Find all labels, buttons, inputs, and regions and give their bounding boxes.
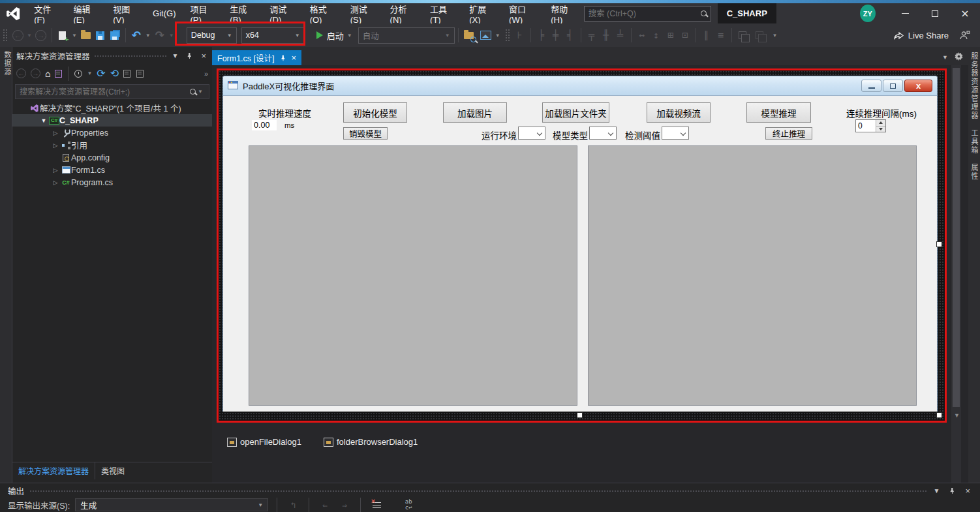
- model-type-label[interactable]: 模型类型: [553, 128, 588, 142]
- snap-to-grid-button[interactable]: ⊦: [513, 27, 527, 44]
- vertical-spacing-button[interactable]: ≡: [714, 27, 728, 44]
- toolbar-grip-2[interactable]: [505, 29, 510, 42]
- align-middles-button[interactable]: ╫: [599, 27, 613, 44]
- se-home-icon[interactable]: ⌂: [45, 68, 50, 79]
- tree-row-solution[interactable]: 解决方案"C_SHARP"(1 个项目/共 1 个): [12, 102, 212, 114]
- pin-icon[interactable]: [947, 487, 958, 494]
- scrollbar-down-arrow-icon[interactable]: ▼: [954, 412, 960, 419]
- designed-form-window[interactable]: PaddleX可视化推理界面 x 实时推理速度 0.00 ms 初始化模型: [222, 76, 938, 412]
- interval-label[interactable]: 连续推理间隔(ms): [846, 106, 917, 119]
- minimize-button[interactable]: [890, 3, 920, 23]
- same-width-button[interactable]: ↔: [635, 27, 649, 44]
- speed-value-label[interactable]: 0.00: [252, 120, 277, 130]
- menu-build[interactable]: 生成(B): [222, 3, 262, 23]
- menu-tools[interactable]: 工具(T): [423, 3, 462, 23]
- init-model-button[interactable]: 初始化模型: [343, 102, 407, 123]
- tab-toolbox[interactable]: 工具箱: [969, 129, 979, 155]
- menu-debug[interactable]: 调试(D): [262, 3, 302, 23]
- se-refresh-icon[interactable]: ⟳: [97, 67, 105, 80]
- quick-search-box[interactable]: [584, 6, 711, 22]
- menu-git[interactable]: Git(G): [145, 3, 183, 23]
- undo-button[interactable]: ↶: [129, 27, 144, 44]
- same-height-button[interactable]: ↕: [649, 27, 664, 44]
- preview-in-browser-button[interactable]: [479, 27, 493, 44]
- live-share-button[interactable]: Live Share: [894, 31, 949, 40]
- document-options-gear-icon[interactable]: [955, 52, 963, 63]
- align-centers-button[interactable]: ╪: [549, 27, 563, 44]
- menu-file[interactable]: 文件(F): [27, 3, 66, 23]
- se-properties-icon[interactable]: [136, 70, 144, 78]
- form-minimize-button[interactable]: [861, 80, 881, 92]
- start-debug-button[interactable]: 启动: [315, 27, 345, 44]
- se-back-icon[interactable]: ←: [16, 68, 26, 78]
- tab-solution-explorer[interactable]: 解决方案资源管理器: [12, 462, 95, 479]
- designed-form-titlebar[interactable]: PaddleX可视化推理界面 x: [223, 76, 937, 96]
- se-overflow-icon[interactable]: »: [204, 70, 208, 78]
- threshold-label[interactable]: 检测阈值: [625, 128, 660, 142]
- solution-configuration-dropdown[interactable]: Debug▼: [187, 27, 237, 44]
- spin-down-icon[interactable]: [876, 126, 885, 132]
- form-close-button[interactable]: x: [904, 80, 932, 92]
- load-image-button[interactable]: 加载图片: [443, 102, 507, 123]
- output-menu-icon[interactable]: ▼: [932, 487, 942, 494]
- menu-project[interactable]: 项目(P): [183, 3, 222, 23]
- user-avatar[interactable]: ZY: [860, 5, 876, 22]
- destroy-model-button[interactable]: 销毁模型: [343, 127, 388, 140]
- size-to-grid-button[interactable]: ⊡: [678, 27, 692, 44]
- close-button[interactable]: ×: [950, 3, 980, 23]
- se-pending-changes-icon[interactable]: [74, 70, 82, 78]
- open-file-button[interactable]: [79, 27, 93, 44]
- align-bottoms-button[interactable]: ╧: [613, 27, 628, 44]
- menu-edit[interactable]: 编辑(E): [66, 3, 106, 23]
- runtime-env-combobox[interactable]: [518, 127, 545, 140]
- tree-row-form1[interactable]: ▷ Form1.cs: [12, 164, 212, 176]
- se-forward-icon[interactable]: →: [31, 68, 40, 78]
- resize-handle-right[interactable]: [936, 241, 942, 247]
- tree-row-appconfig[interactable]: ▷ App.config: [12, 151, 212, 164]
- menu-test[interactable]: 测试(S): [343, 3, 383, 23]
- align-tops-button[interactable]: ╤: [585, 27, 599, 44]
- pin-icon[interactable]: [184, 52, 195, 59]
- load-video-stream-button[interactable]: 加载视频流: [647, 102, 711, 123]
- redo-button[interactable]: ↷: [153, 27, 167, 44]
- preview-dropdown-icon[interactable]: ▼: [493, 33, 502, 38]
- stop-infer-button[interactable]: 终止推理: [765, 127, 812, 140]
- navigate-back-button[interactable]: ←: [10, 27, 25, 44]
- threshold-combobox[interactable]: [662, 127, 689, 140]
- align-rights-button[interactable]: ╡: [563, 27, 577, 44]
- solution-name-badge[interactable]: C_SHARP: [718, 3, 776, 23]
- next-message-button[interactable]: ⇒: [337, 496, 352, 512]
- clear-all-button[interactable]: [369, 496, 384, 512]
- quick-search-input[interactable]: [589, 9, 701, 18]
- resize-handle-bottom[interactable]: [577, 412, 583, 418]
- output-source-dropdown[interactable]: 生成▼: [75, 498, 268, 511]
- tab-server-explorer[interactable]: 服务器资源管理器: [969, 52, 979, 120]
- form-maximize-button[interactable]: [883, 80, 903, 92]
- scrollbar-thumb[interactable]: [953, 68, 960, 407]
- menu-format[interactable]: 格式(O): [303, 3, 343, 23]
- output-close-icon[interactable]: ×: [963, 486, 972, 496]
- menu-window[interactable]: 窗口(W): [502, 3, 544, 23]
- runtime-env-label[interactable]: 运行环境: [482, 128, 517, 142]
- load-image-folder-button[interactable]: 加载图片文件夹: [542, 102, 609, 123]
- collapsed-arrow-icon[interactable]: ▷: [50, 167, 61, 173]
- horizontal-spacing-button[interactable]: ∥: [699, 27, 714, 44]
- speed-label[interactable]: 实时推理速度: [258, 106, 311, 119]
- tray-open-file-dialog[interactable]: openFileDialog1: [227, 437, 301, 447]
- interval-numeric-updown[interactable]: 0: [855, 119, 886, 132]
- model-type-combobox[interactable]: [589, 127, 617, 140]
- feedback-people-icon[interactable]: [958, 27, 972, 44]
- pin-icon[interactable]: [280, 55, 286, 61]
- resize-handle-corner[interactable]: [936, 412, 942, 418]
- toolbar-overflow-icon[interactable]: ▼: [771, 33, 780, 38]
- collapsed-arrow-icon[interactable]: ▷: [50, 142, 61, 149]
- tree-row-references[interactable]: ▷ 引用: [12, 139, 212, 151]
- find-in-files-button[interactable]: [462, 27, 476, 44]
- picturebox-left[interactable]: [249, 145, 577, 406]
- tab-form1-design[interactable]: Form1.cs [设计] ×: [212, 50, 301, 65]
- tab-class-view[interactable]: 类视图: [95, 462, 130, 479]
- expanded-arrow-icon[interactable]: ▼: [38, 117, 49, 124]
- save-button[interactable]: [93, 27, 108, 44]
- solution-platform-dropdown[interactable]: x64▼: [241, 27, 305, 44]
- new-project-dropdown-icon[interactable]: ▼: [70, 33, 79, 38]
